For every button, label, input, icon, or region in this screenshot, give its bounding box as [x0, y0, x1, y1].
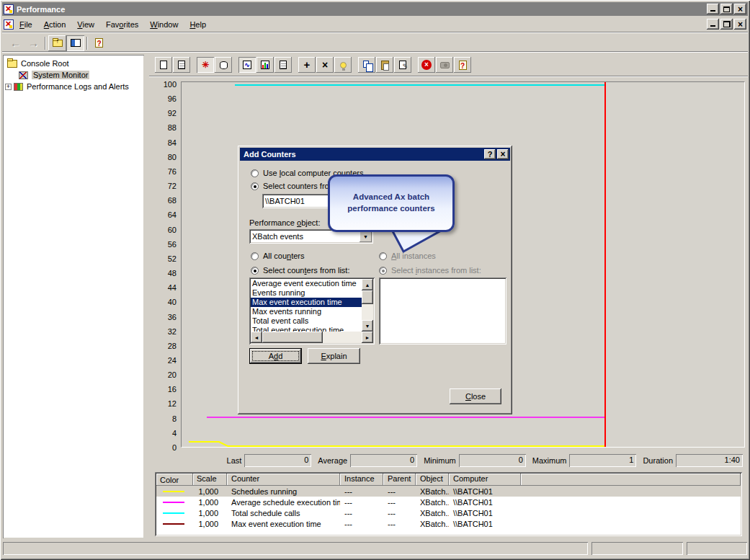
counter-cell: Average schedule execution time	[227, 498, 340, 507]
color-cell	[156, 512, 193, 514]
column-header-parent[interactable]: Parent	[383, 474, 416, 486]
new-counter-set-button[interactable]	[155, 57, 172, 73]
child-restore-button[interactable]	[720, 19, 733, 30]
list-item[interactable]: Max events running	[251, 307, 362, 316]
explain-button[interactable]: Explain	[308, 348, 360, 364]
scroll-down-icon[interactable]: ▼	[362, 320, 373, 332]
column-header-counter[interactable]: Counter	[227, 474, 340, 486]
add-counter-button[interactable]: +	[298, 57, 316, 73]
scroll-up-icon[interactable]: ▲	[362, 279, 373, 290]
counter-color-swatch	[163, 523, 184, 525]
stat-value: 1	[569, 454, 636, 467]
menu-item[interactable]: File	[14, 18, 38, 31]
freeze-display-button[interactable]: ×	[418, 57, 435, 73]
table-row[interactable]: 1,000 Average schedule execution time --…	[156, 497, 741, 507]
computer-cell: \\BATCH01	[449, 487, 521, 496]
performance-app-icon[interactable]	[4, 4, 14, 14]
dialog-close-button[interactable]: ×	[497, 149, 509, 159]
column-header-computer[interactable]: Computer	[449, 474, 521, 486]
instances-listbox[interactable]	[379, 277, 506, 345]
list-item[interactable]: Total event calls	[251, 316, 362, 326]
y-axis-tick: 64	[168, 210, 177, 219]
system-monitor-toolbar: ✳ ∿ + × ×	[155, 57, 472, 73]
console-window-icon[interactable]	[4, 19, 14, 30]
parent-cell: ---	[383, 498, 416, 507]
tree-item-system-monitor[interactable]: System Monitor	[4, 69, 143, 81]
minimize-icon	[710, 6, 715, 12]
forward-button[interactable]: →	[24, 35, 43, 51]
add-button[interactable]: Add	[249, 348, 302, 364]
y-axis-tick: 88	[168, 123, 177, 132]
table-row[interactable]: 1,000 Total schedule calls --- --- XBatc…	[156, 507, 741, 518]
counter-color-swatch	[163, 512, 184, 514]
computer-cell: \\BATCH01	[449, 520, 521, 528]
view-chart-button[interactable]: ∿	[238, 57, 256, 73]
back-button[interactable]: ←	[6, 35, 24, 51]
menu-item[interactable]: Action	[38, 18, 72, 31]
delete-counter-button[interactable]: ×	[316, 57, 334, 73]
status-panel-3	[687, 542, 747, 555]
tree-item-performance-logs[interactable]: + Performance Logs and Alerts	[4, 81, 143, 92]
scroll-right-icon[interactable]: ►	[362, 332, 373, 343]
status-panel-2	[591, 542, 683, 555]
scale-cell: 1,000	[193, 498, 227, 507]
minimize-button[interactable]	[707, 4, 719, 14]
child-close-button[interactable]: ×	[734, 19, 746, 30]
counters-listbox[interactable]: Average event execution timeEvents runni…	[249, 277, 375, 345]
y-axis-tick: 72	[168, 182, 177, 190]
menu-item[interactable]: Favorites	[100, 18, 144, 31]
up-one-level-button[interactable]	[48, 35, 66, 51]
view-histogram-button[interactable]	[256, 57, 274, 73]
highlight-button[interactable]	[334, 57, 352, 73]
y-axis-tick: 24	[168, 356, 177, 365]
stat-label: Maximum	[532, 456, 567, 465]
scrollbar-thumb[interactable]	[362, 290, 373, 304]
show-hide-console-tree-button[interactable]	[66, 35, 84, 51]
stat-field: Last 0	[227, 454, 312, 467]
console-tree: Console Root System Monitor + Performanc…	[3, 55, 144, 538]
column-header-instance[interactable]: Instance	[340, 474, 383, 486]
clear-display-button[interactable]	[173, 57, 190, 73]
column-header-color[interactable]: Color	[156, 474, 193, 486]
counter-color-swatch	[163, 502, 184, 503]
close-button-dialog[interactable]: Close	[450, 388, 501, 404]
list-item[interactable]: Events running	[251, 288, 362, 298]
view-current-activity-button[interactable]: ✳	[197, 57, 214, 73]
copy-properties-button[interactable]	[358, 57, 375, 73]
radio-select-counters-from-list[interactable]: Select counters from list:	[251, 266, 349, 275]
close-icon: ×	[738, 6, 743, 13]
tree-item-console-root[interactable]: Console Root	[4, 58, 143, 69]
scrollbar-thumb[interactable]	[262, 332, 323, 343]
close-button[interactable]: ×	[734, 4, 746, 14]
help-icon	[95, 38, 103, 48]
table-row[interactable]: 1,000 Max event execution time --- --- X…	[156, 518, 741, 529]
child-minimize-button[interactable]	[707, 19, 719, 30]
table-row[interactable]: 1,000 Schedules running --- --- XBatch..…	[156, 486, 741, 497]
color-cell	[156, 491, 193, 492]
menu-item[interactable]: View	[71, 18, 100, 31]
horizontal-scrollbar[interactable]: ◄ ►	[251, 332, 373, 343]
update-data-button[interactable]	[436, 57, 453, 73]
dialog-help-button[interactable]: ?	[484, 149, 496, 159]
help-button[interactable]	[90, 35, 108, 51]
maximize-button[interactable]	[720, 4, 733, 14]
properties-button[interactable]	[394, 57, 411, 73]
performance-logs-icon	[14, 83, 23, 91]
view-log-data-button[interactable]	[215, 57, 232, 73]
list-item[interactable]: Average event execution time	[251, 279, 362, 288]
paste-counter-list-button[interactable]	[376, 57, 393, 73]
column-header-scale[interactable]: Scale	[193, 474, 227, 486]
view-report-button[interactable]	[274, 57, 292, 73]
scroll-left-icon[interactable]: ◄	[251, 332, 262, 343]
radio-all-counters[interactable]: All counters	[251, 252, 305, 260]
list-item[interactable]: Max event execution time	[251, 298, 362, 307]
menu-item[interactable]: Window	[144, 18, 184, 31]
menu-item[interactable]: Help	[184, 18, 212, 31]
column-header-object[interactable]: Object	[416, 474, 449, 486]
list-item[interactable]: Total event execution time	[251, 326, 362, 332]
computer-cell: \\BATCH01	[449, 498, 521, 507]
sysmon-help-button[interactable]	[454, 57, 471, 73]
chevron-down-icon[interactable]: ▼	[360, 231, 372, 242]
expand-plus-icon[interactable]: +	[5, 84, 12, 90]
vertical-scrollbar[interactable]: ▲ ▼	[362, 279, 373, 332]
